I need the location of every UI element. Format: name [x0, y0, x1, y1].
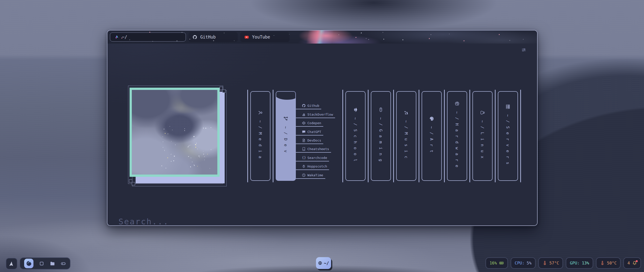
painting-star [188, 146, 189, 146]
memory-usage-widget[interactable]: 16% [486, 257, 508, 269]
painting-star [170, 126, 170, 127]
painting-star [210, 168, 210, 169]
link-stackoverflow[interactable]: StackOverflow [296, 109, 335, 118]
server-racks-icon [505, 104, 510, 109]
book-spine-label: ~/Servers [505, 104, 510, 168]
link-wakatime[interactable]: WakaTime [296, 170, 325, 179]
search-input[interactable] [118, 217, 517, 226]
link-codepen[interactable]: Codepen [296, 118, 323, 127]
link-label: Cheatsheets [307, 147, 329, 151]
dock-item-window[interactable] [39, 261, 44, 266]
book-music[interactable]: ~/Music [396, 91, 416, 181]
book-hardware[interactable]: ~/Hardware [447, 91, 467, 181]
book-spine-label: ~/Linux [480, 110, 485, 162]
memory-chip-icon [499, 261, 504, 265]
window-icon [39, 261, 44, 266]
book-label: ~/Servers [506, 114, 510, 168]
link-chatgpt[interactable]: ChatGPT [296, 127, 323, 135]
chat-bubble-icon [302, 130, 306, 134]
gpu-usage-widget[interactable]: GPU:13% [566, 257, 593, 269]
painting-star [184, 128, 185, 129]
painting-star [203, 128, 204, 128]
link-cheatsheets[interactable]: Cheatsheets [296, 144, 331, 153]
dock-item-folder[interactable] [50, 261, 55, 266]
tab-youtube[interactable]: YouTube [240, 32, 290, 42]
bell-icon [632, 261, 637, 265]
book-label: ~/Art [429, 126, 434, 156]
painting-star [163, 137, 163, 137]
launcher-button[interactable] [6, 258, 17, 269]
tab-github[interactable]: GitHub [188, 32, 238, 42]
shelf-divider [444, 90, 445, 182]
book-label: ~/Gaming [379, 117, 383, 165]
sliders-icon [521, 48, 526, 52]
linux-tux-icon [480, 110, 485, 115]
painting-star [164, 150, 165, 150]
book-dev[interactable]: ~/Dev [276, 91, 296, 181]
painting-star [161, 165, 162, 166]
book-servers[interactable]: ~/Servers [498, 91, 518, 181]
stackoverflow-icon [302, 113, 306, 116]
painting-star [207, 154, 208, 154]
painting-star [174, 156, 175, 157]
painting-star [190, 145, 191, 145]
book-label: ~/Music [404, 120, 409, 162]
search-bar [118, 217, 517, 226]
painting-star [204, 156, 205, 157]
link-devdocs[interactable]: DevDocs [296, 135, 323, 144]
link-label: Hoppscotch [307, 164, 327, 168]
book-spine-label: ~/Music [404, 110, 409, 162]
firefox-icon [26, 260, 32, 266]
painting-star [166, 168, 166, 168]
link-hoppscotch[interactable]: Hoppscotch [296, 161, 329, 170]
shelf-divider [247, 90, 248, 182]
book-spine-label: ~/Dev [283, 116, 288, 156]
codepen-icon [302, 121, 306, 125]
link-label: Codepen [307, 121, 321, 125]
star-speckle [509, 40, 510, 41]
book-school[interactable]: ~/School [345, 91, 366, 181]
git-branch-icon [283, 116, 288, 121]
link-github[interactable]: Github [296, 101, 321, 109]
painting-star [203, 154, 204, 155]
thermometer-icon [600, 261, 605, 265]
active-window-label: ~/ [324, 261, 329, 266]
cpu-temp-widget[interactable]: 57°C [538, 257, 563, 269]
painting-star [188, 156, 189, 157]
painting-star [197, 166, 198, 166]
star-speckle [368, 39, 369, 40]
shelf-divider [393, 90, 394, 182]
system-stats: 16%CPU:5%57°CGPU:13%50°C4 [486, 257, 641, 269]
notifications-widget[interactable]: 4 [623, 257, 641, 269]
active-window-button[interactable]: ~/ [316, 257, 331, 269]
shelf-divider [419, 90, 419, 182]
github-icon [192, 35, 197, 40]
startpage-content: ~/Media~/DevGithubStackOverflowCodepenCh… [107, 44, 537, 226]
dock-item-gamepad[interactable] [61, 261, 66, 266]
cpu-usage-widget[interactable]: CPU:5% [511, 257, 536, 269]
link-searchcode[interactable]: {}Searchcode [296, 153, 329, 161]
tab-home[interactable]: ~/ [110, 32, 186, 42]
gpu-temp-widget[interactable]: 50°C [596, 257, 621, 269]
painting-star [192, 162, 192, 162]
book-spine-label: ~/School [353, 107, 358, 165]
book-gaming[interactable]: ~/Gaming [371, 91, 391, 181]
tab-label: GitHub [200, 35, 216, 40]
book-media[interactable]: ~/Media [250, 91, 270, 181]
palette-icon [429, 116, 434, 121]
shelf-divider [495, 90, 496, 182]
painting-star [168, 133, 168, 134]
star-speckle [431, 34, 431, 35]
dock-item-firefox[interactable] [24, 259, 33, 268]
book-label: ~/Dev [284, 126, 288, 156]
painting-star [211, 127, 211, 128]
painting-star [172, 130, 173, 130]
book-spine-label: ~/Hardware [455, 101, 460, 171]
book-art[interactable]: ~/Art [422, 91, 442, 181]
star-speckle [355, 37, 356, 38]
painting-star [188, 147, 188, 147]
painting-star [184, 130, 185, 131]
sliders-icon[interactable] [521, 48, 529, 55]
book-linux[interactable]: ~/Linux [472, 91, 493, 181]
book-label: ~/Hardware [455, 111, 460, 171]
